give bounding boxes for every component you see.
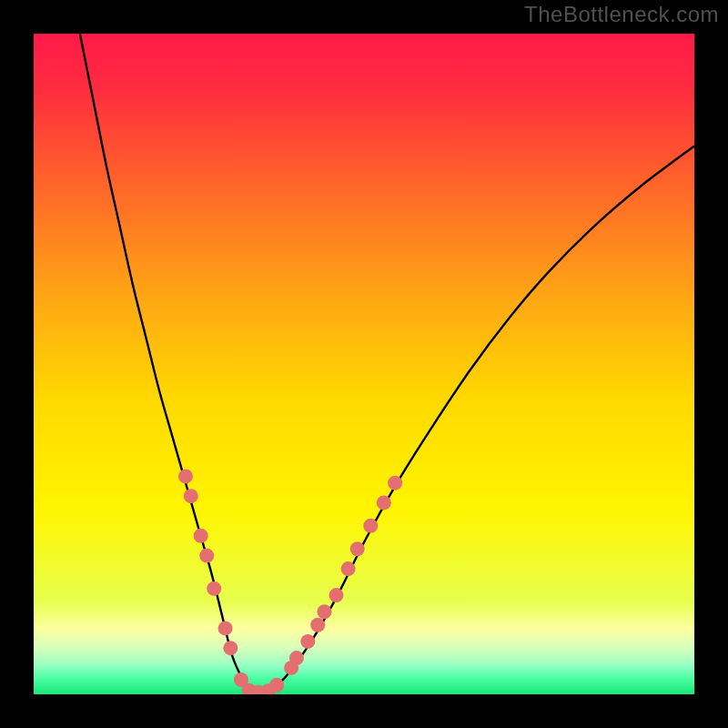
highlight-dot — [269, 678, 284, 693]
highlight-dot — [350, 541, 365, 556]
highlight-dot — [388, 476, 402, 490]
highlight-dot — [223, 641, 238, 655]
highlight-dot — [184, 489, 198, 503]
chart-frame: TheBottleneck.com — [0, 0, 728, 728]
highlight-dot — [199, 549, 214, 563]
highlight-dot — [317, 604, 331, 619]
highlight-dot — [178, 469, 193, 483]
highlight-dot — [207, 581, 221, 596]
plot-svg — [34, 34, 694, 694]
highlight-dot — [363, 519, 378, 533]
gradient-background — [34, 34, 694, 694]
highlight-dot — [329, 588, 344, 602]
highlight-dot — [194, 529, 208, 543]
highlight-dot — [341, 561, 356, 576]
highlight-dot — [300, 634, 315, 649]
highlight-dot — [218, 621, 233, 635]
highlight-dot — [310, 618, 325, 632]
highlight-dot — [377, 495, 391, 510]
highlight-dot — [289, 651, 304, 665]
plot-area — [34, 34, 694, 694]
watermark-text: TheBottleneck.com — [524, 2, 719, 27]
